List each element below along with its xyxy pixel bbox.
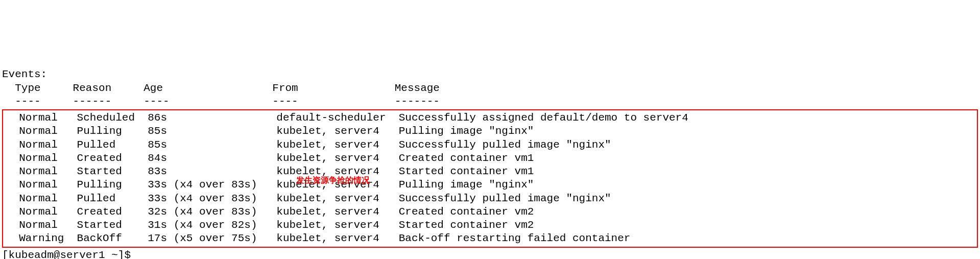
event-row: Normal Pulled 33s (x4 over 83s) kubelet,… — [6, 193, 611, 204]
event-row: Normal Created 32s (x4 over 83s) kubelet… — [6, 206, 534, 218]
annotation-label: 发生资源争抢的情况 — [296, 175, 370, 185]
event-row: Normal Pulling 85s kubelet, server4 Pull… — [6, 125, 534, 137]
event-row: Normal Scheduled 86s default-scheduler S… — [6, 112, 688, 124]
event-row: Normal Started 31s (x4 over 82s) kubelet… — [6, 219, 534, 231]
events-columns: Type Reason Age From Message — [2, 82, 440, 94]
event-row: Normal Created 84s kubelet, server4 Crea… — [6, 152, 534, 164]
events-header: Events: — [2, 68, 47, 80]
event-row: Normal Started 83s kubelet, server4 Star… — [6, 166, 534, 177]
terminal-output: Events: Type Reason Age From Message ---… — [2, 55, 978, 259]
events-highlight-box: Normal Scheduled 86s default-scheduler S… — [2, 109, 978, 248]
event-row: Normal Pulled 85s kubelet, server4 Succe… — [6, 139, 611, 151]
events-separator: ---- ------ ---- ---- ------- — [2, 96, 440, 107]
event-row: Normal Pulling 33s (x4 over 83s) kubelet… — [6, 179, 534, 191]
prompt-line[interactable]: [kubeadm@server1 ~]$ — [2, 249, 137, 260]
event-row: Warning BackOff 17s (x5 over 75s) kubele… — [6, 232, 630, 244]
